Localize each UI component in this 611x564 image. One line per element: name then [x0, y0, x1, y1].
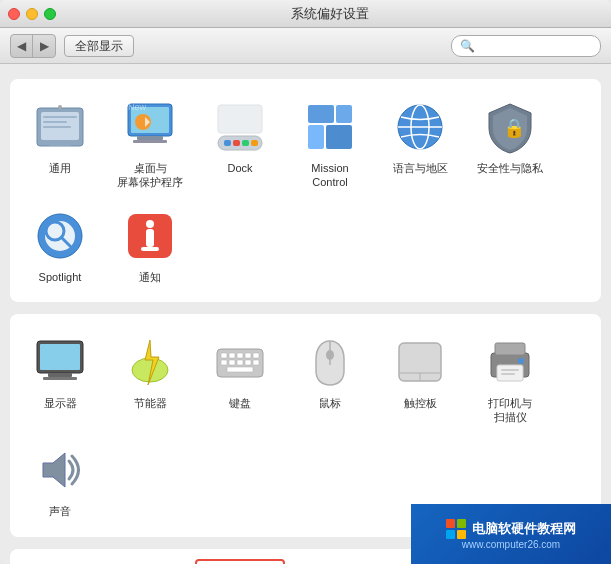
back-button[interactable]: ◀ [11, 35, 33, 57]
svg-rect-24 [326, 125, 352, 149]
general-icon [30, 97, 90, 157]
grid-hardware: 显示器 节能器 键盘 鼠标 触控板 [15, 324, 596, 527]
search-input[interactable] [478, 39, 592, 53]
svg-point-64 [518, 358, 524, 364]
item-desktop[interactable]: New 桌面与 屏幕保护程序 [105, 89, 195, 198]
windows-logo-icon [446, 519, 466, 539]
watermark-text2: www.computer26.com [462, 539, 560, 550]
item-network[interactable]: 网络 [195, 559, 285, 564]
svg-point-34 [146, 220, 154, 228]
svg-rect-53 [227, 367, 253, 372]
item-spotlight[interactable]: Spotlight [15, 198, 105, 292]
energy-label: 节能器 [134, 396, 167, 410]
search-icon: 🔍 [460, 39, 475, 53]
printer-label: 打印机与 扫描仪 [488, 396, 532, 425]
keyboard-icon [210, 332, 270, 392]
close-button[interactable] [8, 8, 20, 20]
toolbar: ◀ ▶ 全部显示 🔍 [0, 28, 611, 64]
item-internet-accounts[interactable]: @ 互联网 帐户 [105, 559, 195, 564]
svg-rect-20 [218, 105, 262, 133]
security-icon: 🔒 [480, 97, 540, 157]
svg-rect-46 [245, 353, 251, 358]
item-keyboard[interactable]: 键盘 [195, 324, 285, 433]
traffic-lights [8, 8, 56, 20]
svg-rect-63 [501, 373, 515, 375]
svg-rect-44 [229, 353, 235, 358]
spotlight-label: Spotlight [39, 270, 82, 284]
item-general[interactable]: 通用 [15, 89, 105, 198]
svg-text:New: New [128, 102, 147, 112]
svg-rect-40 [43, 377, 77, 380]
content-area: 通用 New 桌面与 屏幕保护程序 Dock Mission Control [0, 64, 611, 564]
svg-rect-62 [501, 369, 519, 371]
search-box: 🔍 [451, 35, 601, 57]
svg-rect-10 [133, 140, 167, 143]
item-sound[interactable]: 声音 [15, 432, 105, 526]
svg-rect-50 [237, 360, 243, 365]
svg-rect-60 [495, 343, 525, 355]
svg-rect-19 [251, 140, 258, 146]
svg-point-3 [58, 105, 62, 109]
printer-icon [480, 332, 540, 392]
grid-personal: 通用 New 桌面与 屏幕保护程序 Dock Mission Control [15, 89, 596, 292]
item-printer[interactable]: 打印机与 扫描仪 [465, 324, 555, 433]
svg-rect-47 [253, 353, 259, 358]
svg-rect-23 [308, 125, 324, 149]
svg-text:🔒: 🔒 [503, 117, 526, 139]
notifications-icon [120, 206, 180, 266]
item-display[interactable]: 显示器 [15, 324, 105, 433]
mouse-label: 鼠标 [319, 396, 341, 410]
svg-rect-21 [308, 105, 334, 123]
item-energy[interactable]: 节能器 [105, 324, 195, 433]
svg-rect-45 [237, 353, 243, 358]
desktop-icon: New [120, 97, 180, 157]
display-icon [30, 332, 90, 392]
svg-rect-2 [49, 142, 71, 146]
svg-rect-52 [253, 360, 259, 365]
language-icon [390, 97, 450, 157]
spotlight-icon [30, 206, 90, 266]
dock-label: Dock [227, 161, 252, 175]
system-preferences-window: 系统偏好设置 ◀ ▶ 全部显示 🔍 通用 New [0, 0, 611, 564]
svg-rect-36 [141, 247, 159, 251]
show-all-button[interactable]: 全部显示 [64, 35, 134, 57]
svg-rect-9 [137, 136, 163, 140]
sound-icon [30, 440, 90, 500]
trackpad-icon [390, 332, 450, 392]
svg-rect-5 [43, 121, 67, 123]
window-title: 系统偏好设置 [56, 5, 603, 23]
forward-button[interactable]: ▶ [33, 35, 55, 57]
item-security[interactable]: 🔒 安全性与隐私 [465, 89, 555, 198]
watermark: 电脑软硬件教程网 www.computer26.com [411, 504, 611, 564]
mission-control-icon [300, 97, 360, 157]
svg-rect-22 [336, 105, 352, 123]
item-dock[interactable]: Dock [195, 89, 285, 198]
item-mouse[interactable]: 鼠标 [285, 324, 375, 433]
item-icloud[interactable]: iCloud [15, 559, 105, 564]
keyboard-label: 键盘 [229, 396, 251, 410]
minimize-button[interactable] [26, 8, 38, 20]
item-notifications[interactable]: 通知 [105, 198, 195, 292]
svg-rect-38 [40, 344, 80, 370]
svg-rect-48 [221, 360, 227, 365]
svg-point-55 [326, 350, 334, 360]
mission-control-label: Mission Control [311, 161, 348, 190]
title-bar: 系统偏好设置 [0, 0, 611, 28]
svg-marker-65 [43, 453, 65, 487]
svg-rect-18 [242, 140, 249, 146]
general-label: 通用 [49, 161, 71, 175]
svg-rect-16 [224, 140, 231, 146]
item-trackpad[interactable]: 触控板 [375, 324, 465, 433]
energy-icon [120, 332, 180, 392]
svg-rect-4 [43, 116, 77, 118]
item-bluetooth[interactable]: 蓝牙 [285, 559, 375, 564]
svg-rect-43 [221, 353, 227, 358]
watermark-text1: 电脑软硬件教程网 [472, 520, 576, 538]
maximize-button[interactable] [44, 8, 56, 20]
svg-rect-49 [229, 360, 235, 365]
security-label: 安全性与隐私 [477, 161, 543, 175]
display-label: 显示器 [44, 396, 77, 410]
item-language[interactable]: 语言与地区 [375, 89, 465, 198]
item-mission-control[interactable]: Mission Control [285, 89, 375, 198]
section-personal: 通用 New 桌面与 屏幕保护程序 Dock Mission Control [10, 79, 601, 302]
